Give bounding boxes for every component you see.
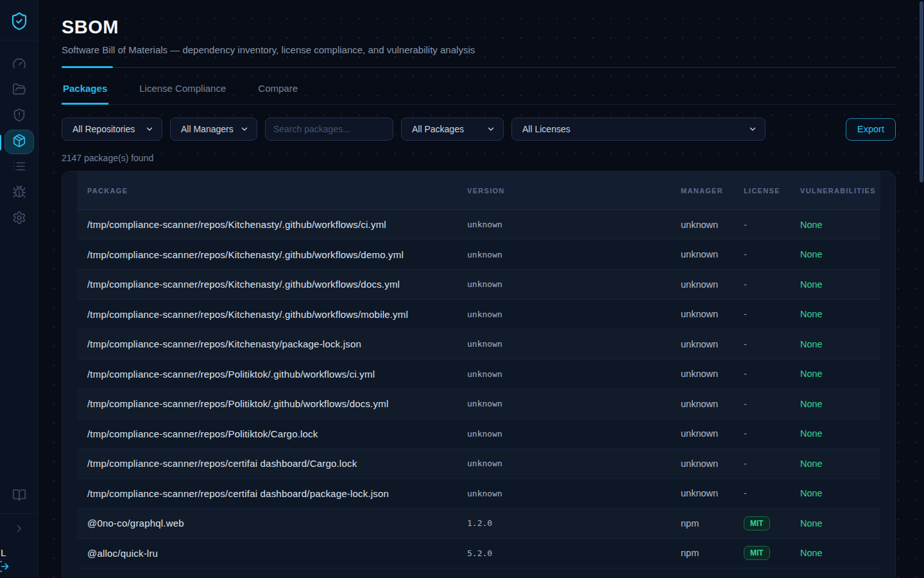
table-row[interactable]: /tmp/compliance-scanner/repos/Kitchenast…	[77, 300, 880, 330]
package-name: @0no-co/graphql.web	[77, 518, 467, 529]
vulnerabilities-value: None	[800, 518, 880, 529]
tab-packages[interactable]: Packages	[62, 83, 108, 105]
logout-icon[interactable]	[0, 560, 10, 575]
package-license: -	[744, 488, 800, 498]
sidebar-item-issues[interactable]	[4, 180, 34, 206]
package-name: /tmp/compliance-scanner/repos/Politiktok…	[77, 428, 467, 439]
table-row[interactable]: /tmp/compliance-scanner/repos/certifai d…	[77, 449, 880, 479]
package-name: /tmp/compliance-scanner/repos/certifai d…	[77, 488, 467, 499]
package-version: unknown	[467, 339, 681, 349]
package-license: -	[744, 399, 800, 409]
table-row[interactable]: /tmp/compliance-scanner/repos/Politiktok…	[77, 389, 880, 419]
column-header-vulnerabilities: Vulnerabilities	[800, 187, 880, 195]
page-title: SBOM	[62, 17, 896, 38]
gear-icon	[12, 211, 26, 227]
filter-bar: All Repositories All Managers All Packag…	[62, 118, 896, 141]
table-row[interactable]: /tmp/compliance-scanner/repos/Kitchenast…	[77, 270, 880, 300]
page-subtitle: Software Bill of Materials — dependency …	[62, 44, 896, 55]
table-row[interactable]: /tmp/compliance-scanner/repos/Kitchenast…	[77, 210, 880, 240]
package-name: /tmp/compliance-scanner/repos/Politiktok…	[77, 398, 467, 409]
package-type-select[interactable]: All Packages	[401, 118, 504, 141]
package-license: -	[744, 339, 800, 349]
package-name: /tmp/compliance-scanner/repos/Politiktok…	[77, 369, 467, 380]
table-row[interactable]: /tmp/compliance-scanner/repos/certifai d…	[77, 479, 880, 509]
table-row[interactable]: @0no-co/graphql.web1.2.0npmMITNone	[77, 509, 880, 539]
package-manager: unknown	[681, 249, 744, 259]
license-select-value: All Licenses	[522, 124, 570, 134]
vulnerabilities-value: None	[800, 548, 880, 558]
license-value: -	[744, 369, 747, 379]
clipped-label: L	[1, 547, 6, 558]
package-license: -	[744, 459, 800, 469]
package-license: -	[744, 249, 800, 259]
table-row[interactable]: @alloc/quick-lru5.2.0npmMITNone	[77, 539, 880, 569]
sidebar-item-settings[interactable]	[4, 206, 34, 232]
export-button[interactable]: Export	[846, 118, 896, 141]
vertical-scrollbar[interactable]	[920, 1, 923, 182]
tab-license-compliance[interactable]: License Compliance	[138, 83, 227, 105]
table-header-row: Package Version Manager License Vulnerab…	[77, 171, 880, 210]
table-row[interactable]: /tmp/compliance-scanner/repos/Kitchenast…	[77, 329, 880, 360]
package-license: -	[744, 279, 800, 290]
package-name: /tmp/compliance-scanner/repos/certifai d…	[77, 458, 467, 469]
bug-icon	[12, 185, 26, 202]
manager-select[interactable]: All Managers	[170, 118, 257, 141]
gauge-icon	[12, 57, 26, 73]
sidebar-item-security[interactable]	[4, 103, 34, 129]
tab-compare[interactable]: Compare	[257, 83, 299, 105]
sidebar-item-dashboard[interactable]	[4, 52, 34, 78]
shield-check-icon	[10, 12, 29, 31]
package-version: unknown	[467, 310, 681, 319]
search-input[interactable]	[273, 124, 385, 134]
sidebar-item-docs[interactable]	[4, 484, 34, 509]
package-type-select-value: All Packages	[412, 124, 464, 134]
vulnerabilities-value: None	[800, 339, 880, 349]
package-license: -	[744, 220, 800, 230]
package-license: MIT	[744, 546, 800, 560]
sidebar-bottom: L	[0, 484, 38, 578]
package-version: unknown	[467, 459, 681, 468]
sidebar-item-repositories[interactable]	[4, 78, 34, 103]
package-manager: unknown	[681, 369, 744, 379]
repository-select[interactable]: All Repositories	[62, 118, 162, 141]
vulnerabilities-value: None	[800, 249, 880, 259]
license-value: -	[744, 339, 747, 349]
vulnerabilities-value: None	[800, 399, 880, 409]
app-logo[interactable]	[10, 0, 29, 40]
column-header-manager: Manager	[681, 187, 744, 195]
collapse-sidebar-button[interactable]	[4, 519, 34, 541]
shield-alert-icon	[12, 108, 26, 125]
manager-select-value: All Managers	[181, 124, 234, 134]
vulnerabilities-value: None	[800, 279, 880, 290]
sidebar-divider	[0, 513, 38, 514]
chevron-right-icon	[13, 523, 25, 537]
table-row[interactable]: /tmp/compliance-scanner/repos/Politiktok…	[77, 360, 880, 390]
vulnerabilities-value: None	[800, 488, 880, 498]
column-header-package: Package	[77, 187, 467, 195]
column-header-license: License	[744, 187, 800, 195]
chevron-down-icon	[145, 125, 154, 134]
sidebar-item-reports[interactable]	[4, 155, 34, 180]
table-row[interactable]: /tmp/compliance-scanner/repos/Kitchenast…	[77, 240, 880, 270]
vulnerabilities-value: None	[800, 428, 880, 439]
clipped-footer: L	[0, 547, 38, 578]
package-name: /tmp/compliance-scanner/repos/Kitchenast…	[77, 249, 467, 260]
license-badge: MIT	[744, 516, 770, 530]
table-row[interactable]: /tmp/compliance-scanner/repos/Politiktok…	[77, 419, 880, 450]
packages-table-card: Package Version Manager License Vulnerab…	[62, 171, 896, 578]
package-version: unknown	[467, 369, 681, 379]
chevron-down-icon	[240, 125, 249, 134]
vulnerabilities-value: None	[800, 459, 880, 469]
vulnerabilities-value: None	[800, 369, 880, 379]
sidebar-item-packages[interactable]	[4, 130, 34, 154]
repository-select-value: All Repositories	[73, 124, 135, 134]
package-manager: unknown	[681, 428, 744, 439]
package-license: -	[744, 428, 800, 439]
license-value: -	[744, 220, 747, 230]
license-select[interactable]: All Licenses	[511, 118, 766, 141]
package-version: unknown	[467, 250, 681, 259]
tab-bar: Packages License Compliance Compare	[62, 83, 896, 105]
license-badge: MIT	[744, 546, 770, 560]
package-name: /tmp/compliance-scanner/repos/Kitchenast…	[77, 309, 467, 320]
chevron-down-icon	[486, 125, 495, 134]
